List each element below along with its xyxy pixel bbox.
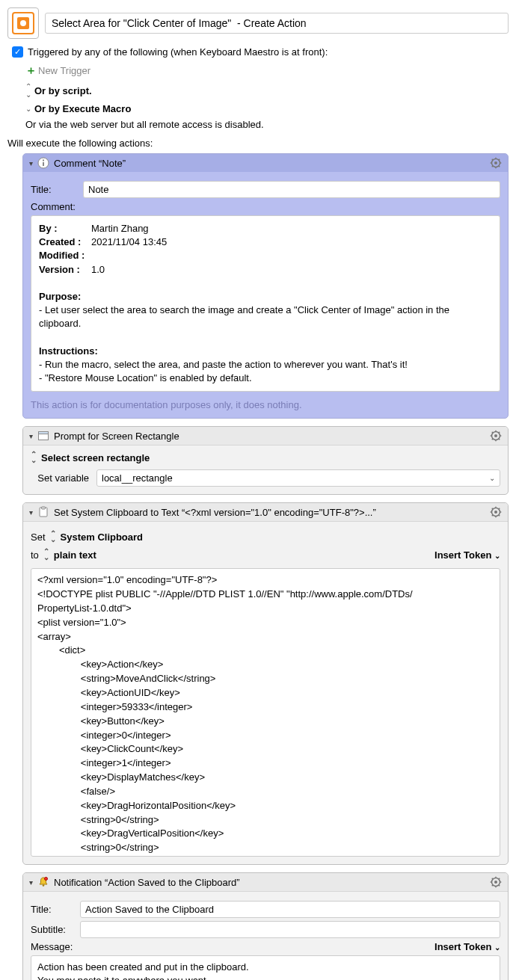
action-title: Notification “Action Saved to the Clipbo…	[54, 877, 485, 888]
disclosure-icon[interactable]: ▾	[29, 508, 33, 517]
gear-icon[interactable]	[490, 430, 502, 442]
svg-line-25	[499, 439, 500, 440]
svg-line-38	[492, 515, 493, 516]
svg-point-2	[20, 20, 26, 26]
set-target-dropdown[interactable]: ⌃⌄ System Clipboard	[50, 531, 144, 543]
action-comment[interactable]: ▾ Comment “Note” Title: Comment: By :Mar…	[22, 153, 509, 419]
app-icon	[7, 7, 39, 39]
bell-icon	[37, 876, 49, 888]
will-execute-label: Will execute the following actions:	[7, 138, 509, 149]
window-icon	[37, 430, 49, 442]
svg-point-41	[45, 878, 48, 881]
svg-line-15	[499, 159, 500, 160]
svg-line-39	[499, 508, 500, 509]
disclosure-icon[interactable]: ▾	[29, 159, 33, 167]
svg-line-26	[492, 439, 493, 440]
svg-line-49	[499, 885, 500, 886]
svg-point-40	[43, 884, 45, 887]
notify-title-label: Title:	[31, 904, 73, 915]
or-by-script[interactable]: Or by script.	[34, 85, 92, 96]
clipboard-text-input[interactable]: <?xml version="1.0" encoding="UTF-8"?> <…	[31, 568, 500, 857]
svg-line-12	[492, 159, 493, 160]
svg-point-7	[494, 161, 497, 164]
action-notification[interactable]: ▾ Notification “Action Saved to the Clip…	[22, 872, 509, 980]
svg-line-14	[492, 166, 493, 167]
notify-title-input[interactable]	[80, 901, 500, 918]
gear-icon[interactable]	[490, 157, 502, 169]
insert-token-button[interactable]: Insert Token ⌄	[434, 941, 500, 952]
to-format-dropdown[interactable]: ⌃⌄ plain text	[43, 549, 96, 561]
updown-icon[interactable]: ⌃⌄	[25, 82, 31, 99]
new-trigger-button[interactable]: ＋New Trigger	[25, 64, 509, 78]
or-by-execute-macro[interactable]: Or by Execute Macro	[34, 103, 131, 114]
gear-icon[interactable]	[490, 506, 502, 518]
notify-message-label: Message:	[31, 941, 73, 952]
chevron-down-icon[interactable]: ⌄	[25, 105, 31, 113]
svg-point-19	[494, 434, 497, 437]
svg-line-50	[492, 885, 493, 886]
svg-rect-4	[43, 160, 44, 161]
disclosure-icon[interactable]: ▾	[29, 878, 33, 887]
to-label: to	[31, 549, 39, 561]
svg-line-37	[499, 515, 500, 516]
svg-point-43	[494, 881, 497, 884]
comment-body[interactable]: By :Martin Zhang Created :2021/11/04 13:…	[31, 215, 500, 392]
set-variable-dropdown[interactable]: local__rectangle ⌄	[96, 469, 500, 487]
action-title: Comment “Note”	[54, 158, 485, 169]
action-set-clipboard[interactable]: ▾ Set System Clipboard to Text “<?xml ve…	[22, 502, 509, 865]
action-prompt-rectangle[interactable]: ▾ Prompt for Screen Rectangle ⌃⌄ Select …	[22, 426, 509, 495]
svg-line-27	[499, 432, 500, 433]
action-title: Set System Clipboard to Text “<?xml vers…	[54, 507, 485, 518]
comment-icon	[37, 157, 49, 169]
gear-icon[interactable]	[490, 876, 502, 888]
notify-subtitle-input[interactable]	[80, 921, 500, 938]
select-rectangle-dropdown[interactable]: ⌃⌄ Select screen rectangle	[31, 452, 500, 463]
title-label: Title:	[31, 184, 76, 195]
or-via-web: Or via the web server but all remote acc…	[25, 119, 264, 130]
chevron-down-icon: ⌄	[489, 474, 495, 482]
svg-line-36	[492, 508, 493, 509]
svg-rect-29	[42, 507, 46, 509]
comment-title-input[interactable]	[83, 181, 500, 198]
svg-line-51	[499, 878, 500, 879]
triggered-label: Triggered by any of the following (when …	[28, 46, 328, 58]
comment-disclaimer: This action is for documentation purpose…	[31, 399, 500, 410]
set-variable-label: Set variable	[31, 472, 89, 484]
triggered-checkbox[interactable]: ✓	[12, 46, 23, 58]
action-title: Prompt for Screen Rectangle	[54, 431, 485, 442]
notify-subtitle-label: Subtitle:	[31, 924, 73, 935]
svg-rect-17	[39, 432, 49, 434]
set-label: Set	[31, 531, 46, 543]
svg-line-48	[492, 878, 493, 879]
svg-point-31	[494, 511, 497, 514]
macro-title-input[interactable]	[45, 13, 509, 34]
svg-rect-5	[43, 162, 44, 166]
svg-line-13	[499, 166, 500, 167]
insert-token-button[interactable]: Insert Token ⌄	[434, 549, 500, 561]
comment-label: Comment:	[31, 201, 76, 212]
svg-line-24	[492, 432, 493, 433]
notify-message-input[interactable]: Action has been created and put in the c…	[31, 955, 500, 980]
disclosure-icon[interactable]: ▾	[29, 432, 33, 440]
clipboard-icon	[37, 506, 49, 518]
